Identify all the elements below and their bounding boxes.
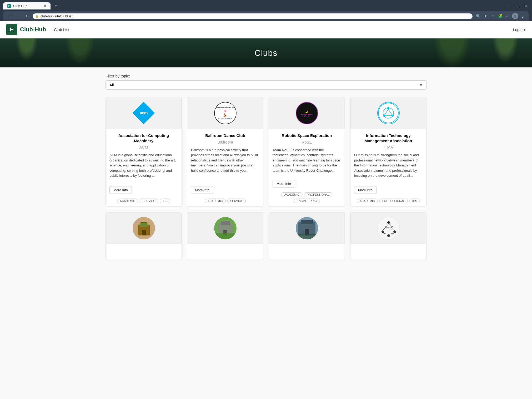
tab-close-button[interactable]: ✕ — [44, 4, 46, 8]
nav-club-list[interactable]: Club List — [54, 27, 69, 32]
club-card-b4: PEOPLE — [350, 212, 426, 260]
extensions-icon[interactable]: 🧩 — [497, 13, 504, 19]
login-button[interactable]: Login ▾ — [513, 27, 526, 32]
svg-rect-23 — [296, 234, 318, 239]
ballroom-logo: Ballroom Dance Club 🌸 💃 AT UH MĀNOA — [214, 102, 237, 124]
network-image-b4: PEOPLE — [378, 217, 400, 239]
card-logo-area-itma: ~ — [350, 97, 426, 129]
svg-point-2 — [387, 107, 389, 109]
more-info-button-acm[interactable]: More Info — [109, 186, 132, 194]
share-icon[interactable]: ⬆ — [483, 13, 489, 19]
card-logo-area-b3 — [269, 212, 345, 244]
clubs-grid: acm Association for Computing Machinery … — [106, 97, 426, 207]
address-bar: ← → ↻ 🔒 club-hub.site/clubList 🔍 ⬆ ☆ 🧩 ▭… — [3, 11, 529, 21]
tag-ics-itma: ICS — [409, 199, 420, 203]
browser-actions: 🔍 ⬆ ☆ 🧩 ▭ 👤 ⋮ — [475, 13, 526, 19]
tag-service-acm: SERVICE — [140, 199, 158, 203]
card-body-itma: Information Technology Management Associ… — [350, 129, 426, 184]
itma-logo: ~ — [377, 102, 400, 124]
more-info-button-ballroom[interactable]: More Info — [191, 186, 213, 194]
svg-point-28 — [387, 234, 390, 237]
more-info-button-itma[interactable]: More Info — [354, 186, 377, 194]
card-body-ballroom: Ballroom Dance Club Ballroom Ballroom is… — [187, 129, 263, 184]
club-abbr-rose: RoSE — [273, 140, 341, 144]
topic-filter-select[interactable]: All Academic Service Professional Engine… — [106, 80, 426, 90]
card-body-b4 — [350, 244, 426, 260]
tag-engineering-rose: ENGINEERING — [294, 199, 320, 203]
active-tab[interactable]: H Club Hub ✕ — [3, 2, 51, 9]
browser-chrome: H Club Hub ✕ + ─ □ ✕ ← → ↻ 🔒 club-hub.si… — [0, 0, 532, 21]
card-body-b2 — [187, 244, 263, 260]
hero-title: Clubs — [255, 48, 278, 58]
rose-logo-inner: 🌙 RObotic Space Exploration — [301, 110, 313, 117]
filter-label: Filter by topic: — [106, 74, 426, 78]
search-icon[interactable]: 🔍 — [475, 13, 482, 19]
building-image-b3 — [296, 217, 318, 239]
hero-banner: Clubs — [0, 38, 532, 67]
club-card-b1 — [106, 212, 182, 260]
club-abbr-acm: ACM — [109, 145, 178, 149]
reload-button[interactable]: ↻ — [24, 13, 31, 19]
forward-button[interactable]: → — [15, 13, 22, 19]
tags-itma: ACADEMIC PROFESSIONAL ICS — [350, 196, 426, 206]
maximize-button[interactable]: □ — [516, 3, 521, 9]
card-body-rose: Robotic Space Exploration RoSE Team RoSE… — [269, 129, 345, 177]
more-info-button-rose[interactable]: More Info — [273, 180, 295, 188]
club-desc-ballroom: Ballroom is a fun physical activity that… — [191, 147, 259, 180]
club-name-ballroom: Ballroom Dance Club — [191, 133, 259, 138]
sidebar-icon[interactable]: ▭ — [505, 13, 511, 19]
acm-logo: acm — [133, 102, 155, 124]
tag-academic-ballroom: ACADEMIC — [205, 199, 226, 203]
svg-rect-18 — [214, 233, 237, 239]
tab-favicon: H — [7, 4, 11, 8]
clubs-grid-row2: PEOPLE — [106, 212, 426, 260]
club-abbr-itma: ITMA — [354, 145, 423, 149]
title-bar: H Club Hub ✕ + ─ □ ✕ — [3, 2, 529, 10]
profile-avatar[interactable]: 👤 — [512, 13, 518, 19]
tag-academic-acm: ACADEMIC — [117, 199, 138, 203]
club-logo-b3 — [296, 217, 318, 239]
tag-academic-itma: ACADEMIC — [357, 199, 378, 203]
tag-ics-acm: ICS — [160, 199, 170, 203]
club-abbr-ballroom: Ballroom — [191, 140, 259, 144]
url-bar[interactable]: 🔒 club-hub.site/clubList — [33, 13, 473, 19]
club-name-acm: Association for Computing Machinery — [109, 133, 178, 143]
svg-rect-16 — [221, 221, 230, 225]
tag-service-ballroom: SERVICE — [227, 199, 246, 203]
chevron-down-icon: ▾ — [524, 27, 526, 32]
club-card-rose: 🌙 RObotic Space Exploration Robotic Spac… — [269, 97, 345, 207]
tags-ballroom: ACADEMIC SERVICE — [187, 196, 263, 206]
card-logo-area-rose: 🌙 RObotic Space Exploration — [269, 97, 345, 129]
card-body-b1 — [106, 244, 182, 260]
svg-text:~: ~ — [388, 112, 389, 115]
card-logo-area-b1 — [106, 212, 182, 244]
itma-svg: ~ — [378, 102, 399, 124]
club-desc-acm: ACM is a global scientific and education… — [109, 152, 178, 179]
card-body-acm: Association for Computing Machinery ACM … — [106, 129, 182, 184]
minimize-button[interactable]: ─ — [508, 3, 514, 9]
url-text: club-hub.site/clubList — [41, 14, 72, 18]
card-body-b3 — [269, 244, 345, 260]
menu-icon[interactable]: ⋮ — [519, 13, 526, 19]
svg-point-27 — [393, 230, 396, 233]
new-tab-button[interactable]: + — [53, 2, 60, 10]
site-name: Club-Hub — [20, 26, 46, 33]
bookmark-icon[interactable]: ☆ — [490, 13, 496, 19]
rose-logo: 🌙 RObotic Space Exploration — [296, 102, 318, 124]
window-controls: ─ □ ✕ — [508, 3, 529, 9]
svg-text:PEOPLE: PEOPLE — [385, 227, 392, 229]
tag-academic-rose: ACADEMIC — [281, 192, 302, 197]
club-card-ballroom: Ballroom Dance Club 🌸 💃 AT UH MĀNOA Ball… — [187, 97, 263, 207]
card-footer-acm: More Info — [106, 184, 182, 196]
building-image-b2 — [214, 217, 237, 239]
lock-icon: 🔒 — [35, 14, 39, 18]
svg-point-35 — [391, 233, 393, 234]
club-logo-b4: PEOPLE — [377, 217, 400, 239]
tab-title: Club Hub — [13, 4, 27, 8]
back-button[interactable]: ← — [6, 13, 13, 19]
card-logo-area-b2 — [187, 212, 263, 244]
card-footer-itma: More Info — [350, 184, 426, 196]
svg-point-13 — [138, 223, 149, 227]
close-button[interactable]: ✕ — [523, 3, 529, 9]
club-card-acm: acm Association for Computing Machinery … — [106, 97, 182, 207]
